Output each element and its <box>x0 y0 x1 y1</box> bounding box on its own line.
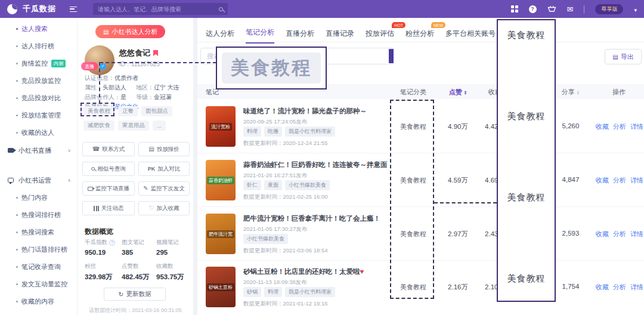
tab-label: 达人分析 <box>206 29 234 38</box>
shares-value: 2,593 <box>553 230 588 237</box>
follow-updates-button[interactable]: 关注动态 <box>82 201 135 215</box>
sidebar-item-post-engagement-monitor[interactable]: 发文互动量监控 <box>0 276 77 293</box>
sidebar-item-hot-word-ranking[interactable]: 热搜词排行榜 <box>0 206 77 224</box>
tab-note-analysis[interactable]: 笔记分析 <box>246 24 274 44</box>
mail-icon[interactable] <box>567 4 574 14</box>
region-value: 辽宁 大连 <box>154 84 179 91</box>
menu-icon[interactable] <box>70 7 77 12</box>
column-header-likes-sort[interactable]: 点赞▲▼ <box>439 88 477 97</box>
sidebar-group-xhs-operation[interactable]: 小红书运营∧ <box>0 171 77 189</box>
account-chevron-down-icon[interactable] <box>634 4 637 14</box>
refresh-data-button[interactable]: 更新数据 <box>104 288 166 301</box>
favorite-link[interactable]: 收藏 <box>596 230 609 239</box>
tab-live-analysis[interactable]: 直播分析 <box>286 25 314 44</box>
sidebar-group-label: 小红书运营 <box>18 176 51 185</box>
content-tag[interactable]: 减肥饮食 <box>83 121 114 131</box>
cart-icon[interactable] <box>547 5 556 13</box>
sidebar-group-xhs-live[interactable]: 小红书直播∨ <box>0 141 77 159</box>
column-header-category: 笔记分类 <box>392 88 434 97</box>
sidebar-item-hot-word-search[interactable]: 热搜词搜索 <box>0 224 77 241</box>
sidebar-item-talent-search[interactable]: 达人搜索 <box>0 20 77 38</box>
sidebar: 达人搜索 达人排行榜 舆情监控内测 竞品投放监控 竞品投放对比 投放结案管理 收… <box>0 18 78 315</box>
sidebar-item-campaign-report[interactable]: 投放结案管理 <box>0 107 77 124</box>
note-title[interactable]: 味道绝了！流汁宽粉！舔光盘子的那种～ <box>243 107 367 116</box>
details-link[interactable]: 详情 <box>630 230 643 239</box>
tab-label: 直播记录 <box>326 29 354 38</box>
add-compare-button[interactable]: PK加入对比 <box>138 162 190 176</box>
annotation-zoom-text: 美食教程 <box>222 52 321 84</box>
content-tag-more[interactable]: ... <box>153 121 166 131</box>
sidebar-item-favorite-content[interactable]: 收藏的内容 <box>0 293 77 310</box>
note-update-time: 数据更新时间：2021-03-06 18:54 <box>243 247 328 255</box>
sidebar-item-label: 热门内容 <box>21 193 48 202</box>
note-tag: 我是小红书料理家 <box>285 126 335 137</box>
analyze-link[interactable]: 分析 <box>613 122 626 131</box>
xiaohongshu-link-icon[interactable] <box>153 50 158 56</box>
help-tooltip-icon[interactable]: ? <box>109 240 115 246</box>
sidebar-item-competitor-compare[interactable]: 竞品投放对比 <box>0 89 77 107</box>
favorite-link[interactable]: 收藏 <box>596 283 609 292</box>
global-search-input[interactable] <box>98 6 215 13</box>
button-label: 加入对比 <box>157 165 180 173</box>
content-tag[interactable]: 正餐 <box>118 106 138 116</box>
export-button[interactable]: 导出 <box>605 49 642 64</box>
monitor-next-post-button[interactable]: 监控下次发文 <box>138 181 190 196</box>
data-overview-title: 数据概览 <box>85 227 113 237</box>
tab-live-records[interactable]: 直播记录 <box>326 25 354 44</box>
global-search[interactable] <box>93 3 228 15</box>
column-header-shares-sort[interactable]: 分享▲▼ <box>553 88 588 97</box>
sidebar-item-hot-content[interactable]: 热门内容 <box>0 189 77 206</box>
note-thumbnail[interactable]: 肥牛流汁宽 <box>206 214 236 254</box>
tab-campaign-evaluation[interactable]: 投放评估HOT <box>366 25 394 44</box>
annotation-category-text: 美食教程 <box>498 111 555 122</box>
sidebar-item-competitor-monitor[interactable]: 竞品投放监控 <box>0 72 77 89</box>
sidebar-item-note-inclusion-query[interactable]: 笔记收录查询 <box>0 258 77 276</box>
note-title[interactable]: 蒜香奶油虾仁！巨奶香好吃！连连被夸～拌意面 <box>243 160 388 169</box>
quote-button[interactable]: 投放报价 <box>138 142 190 156</box>
add-favorite-button[interactable]: 加入收藏 <box>138 201 190 215</box>
button-label: 更新数据 <box>126 290 151 298</box>
analyze-link[interactable]: 分析 <box>613 283 626 292</box>
likes-value: 2.97万 <box>439 230 477 239</box>
pk-icon: PK <box>148 166 156 172</box>
content-tag[interactable]: 家居用品 <box>118 121 149 131</box>
tab-fans-analysis[interactable]: 粉丝分析NEW <box>405 25 434 44</box>
sidebar-item-opinion-monitor[interactable]: 舆情监控内测 <box>0 55 77 72</box>
sidebar-item-talent-ranking[interactable]: 达人排行榜 <box>0 38 77 55</box>
note-title[interactable]: 砂锅土豆粉！比店里的还好吃！太爱啦♥ <box>243 267 364 276</box>
sidebar-item-label: 笔记收录查询 <box>21 262 61 271</box>
note-thumbnail[interactable]: 蒜香奶油虾 <box>206 160 236 200</box>
sidebar-item-favorite-talents[interactable]: 收藏的达人 <box>0 124 77 141</box>
similar-account-button[interactable]: 相似号查询 <box>82 162 135 176</box>
note-thumbnail[interactable]: 流汁宽粉 <box>206 106 236 147</box>
details-link[interactable]: 详情 <box>630 176 643 185</box>
search-icon[interactable] <box>219 7 223 11</box>
document-icon <box>103 28 109 35</box>
note-title[interactable]: 肥牛流汁宽粉！巨香拿手离汁！吃了会上瘾！ <box>243 214 380 223</box>
talent-analysis-button[interactable]: 小红书达人分析 <box>95 25 165 38</box>
stat-value: 953.75万 <box>156 273 192 282</box>
analyze-link[interactable]: 分析 <box>613 176 626 185</box>
favorite-link[interactable]: 收藏 <box>596 176 609 185</box>
pencil-icon <box>143 186 148 192</box>
content-tag[interactable]: 面包甜点 <box>141 106 172 116</box>
note-tag: 小红书爆款美食 <box>243 234 288 244</box>
details-link[interactable]: 详情 <box>630 283 643 292</box>
talent-name: 悠悠食记 <box>119 48 150 58</box>
analyze-link[interactable]: 分析 <box>613 230 626 239</box>
sidebar-item-label: 达人搜索 <box>21 24 48 33</box>
tab-multi-platform-accounts[interactable]: 多平台相关账号 <box>445 25 496 44</box>
annotation-tag-highlight-box <box>80 103 114 116</box>
apps-grid-icon[interactable] <box>511 5 518 13</box>
contact-button[interactable]: 联系方式 <box>82 142 135 156</box>
details-link[interactable]: 详情 <box>630 122 643 131</box>
sidebar-item-hot-topic-ranking[interactable]: 热门话题排行榜 <box>0 241 77 258</box>
monitor-next-live-button[interactable]: 监控下场直播 <box>82 181 135 196</box>
tab-talent-analysis[interactable]: 达人分析 <box>206 25 234 44</box>
qiangua-logo-icon[interactable] <box>7 4 17 14</box>
note-thumbnail[interactable]: 砂锅土豆粉 <box>206 267 236 307</box>
favorite-link[interactable]: 收藏 <box>596 122 609 131</box>
top-bar: 千瓜数据 ? 尊享版 <box>0 0 644 18</box>
help-icon[interactable]: ? <box>529 5 537 13</box>
button-label: 投放报价 <box>157 146 179 153</box>
